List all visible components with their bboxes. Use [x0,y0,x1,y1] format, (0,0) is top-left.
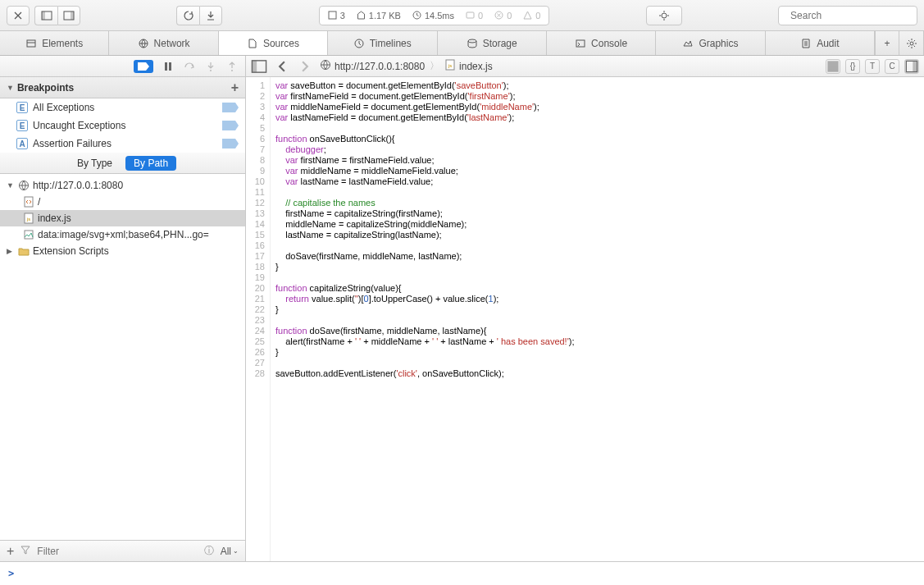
tree-host[interactable]: ▼ http://127.0.0.1:8080 [0,177,245,194]
breakpoint-arrow-icon [222,139,239,149]
breakpoint-arrow-icon [222,121,239,130]
disclosure-triangle-icon: ▼ [7,181,15,190]
pause-icon[interactable] [162,60,175,73]
js-file-icon: js [444,59,456,73]
editor-header: http://127.0.0.1:8080 〉 js index.js {} T… [246,56,924,77]
svg-point-8 [662,13,667,18]
code-coverage-button[interactable]: T [865,59,880,74]
add-breakpoint-button[interactable]: + [231,80,239,95]
assertion-icon: A [16,138,28,149]
filter-by-path[interactable]: By Path [125,156,176,171]
status-time: 14.5ms [412,11,454,21]
filter-by-type[interactable]: By Type [69,156,121,171]
breakpoint-arrow-icon [222,103,239,112]
image-file-icon [23,229,34,240]
nav-forward-button[interactable] [297,58,313,75]
svg-rect-10 [27,40,35,47]
status-logs: 0 [466,11,483,21]
source-editor: http://127.0.0.1:8080 〉 js index.js {} T… [246,56,924,561]
breakpoint-toggle-icon[interactable] [134,60,153,73]
tab-settings-button[interactable] [899,31,924,55]
dock-right-button[interactable] [57,6,80,25]
type-profiler-button[interactable]: {} [845,59,860,74]
window-toolbar: 3 1.17 KB 14.5ms 0 0 0 [0,0,924,31]
tab-graphics[interactable]: Graphics [656,31,765,55]
toggle-right-sidebar-button[interactable] [904,59,919,74]
status-errors: 0 [494,11,512,21]
svg-rect-6 [467,12,474,18]
svg-text:js: js [26,217,30,222]
tab-console[interactable]: Console [547,31,656,55]
svg-rect-14 [576,40,585,47]
svg-point-13 [468,39,476,43]
dock-left-button[interactable] [34,6,57,25]
code-area[interactable]: 1234567891011121314151617181920212223242… [246,77,924,561]
filter-all-dropdown[interactable]: All⌄ [221,546,239,557]
svg-rect-30 [827,61,838,71]
svg-rect-4 [329,11,336,19]
status-size: 1.17 KB [357,11,401,21]
tab-timelines[interactable]: Timelines [328,31,437,55]
exception-icon: E [16,102,28,113]
tab-audit[interactable]: Audit [766,31,875,55]
tab-elements[interactable]: Elements [0,31,109,55]
debugger-toolbar [0,56,245,77]
disclosure-triangle-icon: ▼ [7,84,14,92]
line-gutter[interactable]: 1234567891011121314151617181920212223242… [246,77,271,561]
html-file-icon [23,196,34,208]
svg-rect-32 [913,61,917,71]
breakpoint-uncaught-exceptions[interactable]: E Uncaught Exceptions [0,117,245,135]
svg-point-18 [210,70,212,71]
breakpoints-header[interactable]: ▼ Breakpoints + [0,77,245,98]
search-input[interactable] [790,10,913,21]
svg-point-19 [231,70,233,71]
folder-icon [18,245,30,257]
nav-back-button[interactable] [274,58,290,75]
step-out-icon[interactable] [225,60,239,73]
breadcrumb[interactable]: http://127.0.0.1:8080 〉 js index.js [320,59,493,73]
globe-icon [18,180,30,191]
tree-item-root[interactable]: / [0,194,245,210]
filter-info-icon[interactable]: ⓘ [204,544,214,558]
coverage-button[interactable]: C [885,59,899,74]
close-button[interactable] [7,6,30,25]
step-in-icon[interactable] [204,60,217,73]
svg-text:js: js [448,63,452,68]
step-over-icon[interactable] [183,60,196,73]
download-button[interactable] [199,6,222,25]
tab-sources[interactable]: Sources [219,31,328,55]
console-prompt-icon: > [8,568,14,579]
panel-tabbar: Elements Network Sources Timelines Stora… [0,31,924,56]
svg-rect-17 [169,62,171,71]
sidebar: ▼ Breakpoints + E All Exceptions E Uncau… [0,56,246,561]
breakpoint-all-exceptions[interactable]: E All Exceptions [0,98,245,117]
disclosure-triangle-icon: ▶ [7,247,15,255]
tab-storage[interactable]: Storage [438,31,547,55]
tree-extension-scripts[interactable]: ▶ Extension Scripts [0,243,245,259]
breakpoint-assertion-failures[interactable]: A Assertion Failures [0,135,245,153]
resource-filter-row: By Type By Path [0,153,245,174]
tab-network[interactable]: Network [109,31,218,55]
reload-button[interactable] [176,6,199,25]
tree-item-indexjs[interactable]: js index.js [0,210,245,226]
tree-item-dataurl[interactable]: data:image/svg+xml;base64,PHN...go= [0,226,245,243]
toggle-left-sidebar-button[interactable] [251,58,267,75]
sidebar-footer: + ⓘ All⌄ [0,540,245,561]
pretty-print-button[interactable] [826,59,840,74]
js-file-icon: js [23,213,34,224]
status-warnings: 0 [523,11,540,21]
add-resource-button[interactable]: + [7,544,14,559]
code-content[interactable]: var saveButton = document.getElementById… [271,77,924,561]
exception-icon: E [16,120,28,131]
tab-add-button[interactable]: + [875,31,899,55]
filter-input[interactable] [37,546,197,557]
status-bar: 3 1.17 KB 14.5ms 0 0 0 [319,6,550,25]
status-requests: 3 [328,11,345,21]
globe-icon [320,59,331,73]
svg-rect-3 [71,11,74,20]
svg-rect-16 [165,62,167,71]
inspect-element-button[interactable] [646,6,682,25]
svg-rect-26 [252,60,257,71]
search-box[interactable] [778,6,917,25]
console-prompt-row[interactable]: > [0,561,924,585]
